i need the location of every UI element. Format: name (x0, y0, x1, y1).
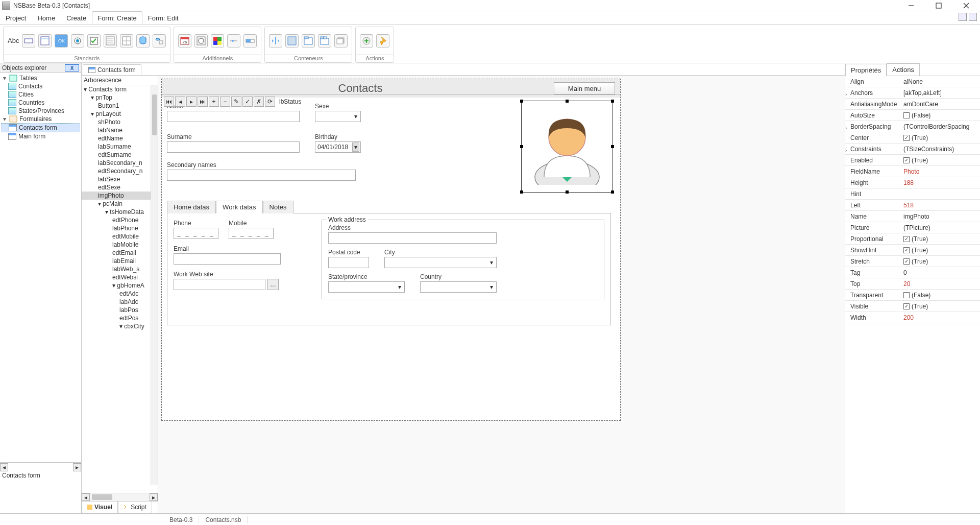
menu-create[interactable]: Create (61, 11, 92, 24)
website-browse-button[interactable]: … (267, 279, 279, 290)
radio-tool[interactable] (71, 34, 84, 47)
slider-tool[interactable] (227, 34, 240, 47)
doc-tab-contacts-form[interactable]: Contacts form (83, 64, 141, 75)
splitter-tool[interactable] (269, 34, 282, 47)
nav-first[interactable]: ⏮ (164, 97, 174, 107)
calendar-tool[interactable]: 26 (178, 34, 191, 47)
menu-home[interactable]: Home (32, 11, 61, 24)
table-states[interactable]: States/Provinces (18, 107, 64, 114)
input-secondary[interactable] (167, 170, 356, 181)
menu-project[interactable]: Project (0, 11, 32, 24)
progress-tool[interactable] (243, 34, 257, 47)
combo-state[interactable]: ▾ (328, 281, 405, 293)
objects-tree[interactable]: ▾Tables Contacts Cities Countries States… (0, 73, 81, 462)
maximize-button[interactable] (931, 1, 946, 10)
prop-row[interactable]: Enabled✓(True) (845, 155, 980, 166)
arbor-node[interactable]: edtSurname (82, 151, 158, 159)
arbor-node[interactable]: edtMobile (82, 232, 158, 241)
prop-row[interactable]: Picture(TPicture) (845, 222, 980, 233)
prop-row[interactable]: Height188 (845, 177, 980, 188)
prop-row[interactable]: BorderSpacing›(TControlBorderSpacing (845, 121, 980, 132)
group-tool[interactable] (302, 34, 315, 47)
arbor-node[interactable]: labSexe (82, 175, 158, 183)
vscrollbar[interactable] (151, 85, 158, 485)
nav-last[interactable]: ⏭ (198, 97, 208, 107)
prop-row[interactable]: Proportional✓(True) (845, 233, 980, 245)
prop-row[interactable]: Constraints›(TSizeConstraints) (845, 144, 980, 155)
add-action-tool[interactable] (360, 34, 373, 47)
arbor-hscroll-right[interactable]: ▸ (150, 493, 158, 501)
color-tool[interactable] (211, 34, 224, 47)
tables-node[interactable]: Tables (19, 75, 37, 82)
arbor-node[interactable]: edtAdc (82, 290, 158, 298)
arbor-node[interactable]: ▾ pnLayout (82, 110, 158, 118)
arbor-node[interactable]: edtName (82, 134, 158, 142)
arbor-node[interactable]: edtPhone (82, 216, 158, 224)
arbor-node[interactable]: ▾ pcMain (82, 200, 158, 208)
arbor-node[interactable]: ▾ Contacts form (82, 85, 158, 93)
nav-edit[interactable]: ✎ (231, 97, 241, 107)
input-name[interactable] (167, 111, 300, 122)
objects-explorer-close[interactable]: X (65, 64, 79, 71)
arbor-node[interactable]: shPhoto (82, 118, 158, 126)
prop-row[interactable]: Left518 (845, 200, 980, 211)
combo-city[interactable]: ▾ (384, 257, 497, 268)
prop-row[interactable]: Width200 (845, 312, 980, 323)
frames-tool[interactable] (334, 34, 348, 47)
db-tool[interactable] (136, 34, 150, 47)
arbor-node[interactable]: labAdc (82, 298, 158, 306)
prop-row[interactable]: Hint (845, 188, 980, 200)
input-surname[interactable] (167, 141, 300, 153)
tabcontrol-tool[interactable] (318, 34, 331, 47)
tab-home-datas[interactable]: Home datas (167, 201, 216, 213)
menu-form-create[interactable]: Form: Create (92, 11, 142, 24)
panel-tool[interactable] (285, 34, 299, 47)
arbor-node[interactable]: edtSecondary_n (82, 167, 158, 175)
label-tool[interactable]: Abc (8, 34, 19, 47)
arbor-node[interactable]: labMobile (82, 241, 158, 249)
prop-row[interactable]: Center✓(True) (845, 132, 980, 144)
prop-row[interactable]: AlignalNone (845, 76, 980, 87)
arbor-node[interactable]: labPos (82, 306, 158, 314)
prop-row[interactable]: Tag0 (845, 267, 980, 278)
arbor-node[interactable]: labSurname (82, 142, 158, 151)
arbor-node[interactable]: edtPos (82, 314, 158, 322)
nav-prev[interactable]: ◂ (175, 97, 185, 107)
prop-row[interactable]: Anchors›[akTop,akLeft] (845, 87, 980, 99)
combo-country[interactable]: ▾ (420, 281, 497, 293)
input-website[interactable] (174, 279, 265, 290)
prop-row[interactable]: FieldNamePhoto (845, 166, 980, 177)
arbor-node[interactable]: labSecondary_n (82, 159, 158, 167)
prop-row[interactable]: AntialiasingModeamDontCare (845, 99, 980, 110)
forms-node[interactable]: Formulaires (19, 115, 52, 123)
form-contacts[interactable]: Contacts form (19, 124, 57, 131)
date-birthday[interactable]: 04/01/2018▾ (315, 141, 361, 153)
tab-actions[interactable]: Actions (887, 63, 920, 76)
dblink-tool[interactable] (153, 34, 166, 47)
view-tab-visuel[interactable]: Visuel (82, 502, 118, 513)
input-mobile[interactable]: _ _ _ _ _ (229, 228, 274, 239)
nav-add[interactable]: + (209, 97, 219, 107)
hscroll-right[interactable]: ▸ (73, 463, 81, 471)
arbor-node[interactable]: edtEmail (82, 249, 158, 257)
main-menu-button[interactable]: Main menu (554, 82, 615, 94)
prop-row[interactable]: Stretch✓(True) (845, 256, 980, 267)
image-photo-selected[interactable] (521, 101, 613, 193)
arbor-node[interactable]: labWeb_s (82, 265, 158, 273)
input-address[interactable] (328, 232, 497, 244)
hscroll-left[interactable]: ◂ (0, 463, 8, 471)
time-tool[interactable] (194, 34, 208, 47)
panel-icon[interactable] (969, 13, 977, 21)
nav-next[interactable]: ▸ (186, 97, 197, 107)
arbor-node[interactable]: labPhone (82, 224, 158, 232)
prop-row[interactable]: NameimgPhoto (845, 211, 980, 222)
design-canvas[interactable]: Contacts Main menu Name Sexe ▾ (158, 76, 845, 513)
input-postal[interactable] (328, 257, 369, 268)
combo-sexe[interactable]: ▾ (315, 111, 361, 122)
prop-row[interactable]: Top20 (845, 278, 980, 290)
minimize-button[interactable] (903, 1, 919, 10)
prop-row[interactable]: ShowHint✓(True) (845, 245, 980, 256)
arbor-node[interactable]: labEmail (82, 257, 158, 265)
nav-cancel[interactable]: ✗ (254, 97, 264, 107)
arbor-node[interactable]: Button1 (82, 102, 158, 110)
